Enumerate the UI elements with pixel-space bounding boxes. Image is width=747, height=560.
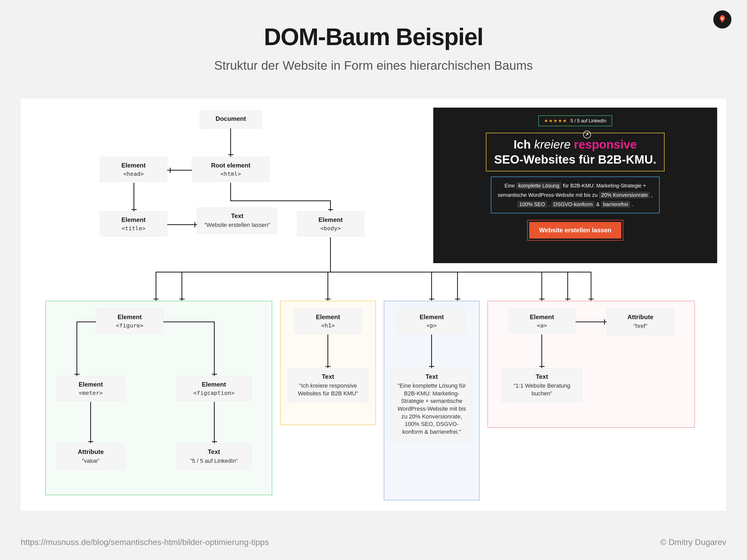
footer-credit: © Dmitry Dugarev [660, 537, 726, 547]
preview-cta-outline: Website erstellen lassen [527, 220, 623, 240]
rating-text: 5 / 5 auf LinkedIn [570, 118, 606, 124]
stars-icon: ★★★★★ [544, 118, 567, 124]
preview-cta-button[interactable]: Website erstellen lassen [529, 222, 621, 238]
node-h1: Element<h1> [294, 308, 362, 334]
website-preview: ★★★★★ 5 / 5 auf LinkedIn ↗ Ich kreiere r… [433, 108, 717, 263]
preview-rating-box: ★★★★★ 5 / 5 auf LinkedIn [538, 116, 612, 126]
node-body: Element<body> [297, 211, 364, 236]
node-meter: Element<meter> [57, 376, 125, 401]
preview-paragraph: Eine komplette Lösung für B2B-KMU: Marke… [491, 177, 660, 213]
brand-logo [713, 10, 731, 28]
node-a: Element<a> [508, 308, 575, 334]
page-subtitle: Struktur der Website in Form eines hiera… [0, 58, 747, 73]
node-figcap-text: Text"5 / 5 auf LinkedIn" [176, 443, 252, 470]
node-document: Document [200, 110, 262, 129]
node-head: Element<head> [100, 157, 167, 182]
node-attr-href: Attribute"href" [607, 308, 674, 335]
node-p-text: Text"Eine komplette Lösung für B2B-KMU: … [391, 368, 472, 441]
node-title: Element<title> [100, 211, 167, 236]
node-h1-text: Text"Ich kreiere responsive Websites für… [288, 368, 368, 402]
diagram-canvas: ★★★★★ 5 / 5 auf LinkedIn ↗ Ich kreiere r… [21, 99, 726, 511]
node-a-text: Text"1:1 Website Beratung buchen" [502, 368, 582, 402]
footer-url: https://musnuss.de/blog/semantisches-htm… [21, 537, 269, 547]
preview-headline: ↗ Ich kreiere responsive SEO-Websites fü… [486, 133, 665, 171]
page-title: DOM-Baum Beispiel [0, 23, 747, 51]
node-root: Root element<html> [192, 157, 270, 182]
node-p: Element<p> [398, 308, 465, 334]
node-figcaption: Element<figcaption> [176, 376, 252, 401]
node-title-text: Text"Website erstellen lassen" [197, 207, 278, 234]
node-figure: Element<figure> [96, 308, 163, 334]
node-attr-value: Attribute"value" [57, 443, 125, 470]
arrow-icon: ↗ [583, 131, 591, 138]
